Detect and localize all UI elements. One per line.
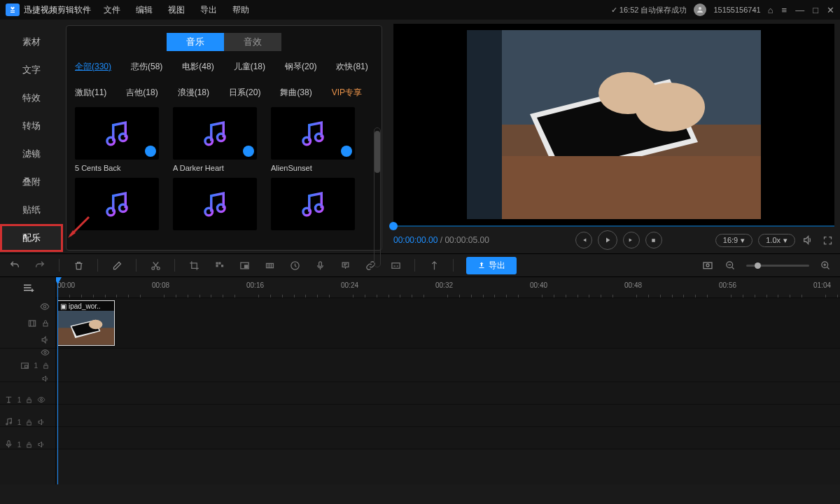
speaker-icon[interactable] bbox=[41, 374, 50, 383]
library-item[interactable]: A Darker Heart bbox=[173, 107, 257, 172]
fullscreen-icon[interactable] bbox=[820, 233, 834, 247]
undo-button[interactable] bbox=[8, 259, 21, 272]
menu-edit[interactable]: 编辑 bbox=[136, 4, 153, 16]
cat-dance[interactable]: 舞曲(38) bbox=[280, 87, 312, 99]
cat-guitar[interactable]: 吉他(18) bbox=[126, 87, 158, 99]
user-id[interactable]: 15155156741 bbox=[713, 6, 760, 14]
subtitle-button[interactable] bbox=[389, 259, 402, 272]
track-manager-button[interactable] bbox=[22, 281, 34, 294]
eye-icon[interactable] bbox=[40, 302, 50, 312]
progress-handle[interactable] bbox=[389, 222, 398, 230]
lock-icon[interactable] bbox=[41, 319, 50, 328]
sidebar-item-overlay[interactable]: 叠附 bbox=[0, 168, 63, 196]
speaker-icon[interactable] bbox=[37, 418, 46, 426]
time-ruler[interactable]: 00:0000:0800:1600:2400:3200:4000:4800:56… bbox=[56, 277, 840, 298]
tab-music[interactable]: 音乐 bbox=[167, 33, 224, 51]
cat-piano[interactable]: 钢琴(20) bbox=[285, 61, 316, 73]
voice-track[interactable] bbox=[56, 427, 840, 449]
sidebar-item-fx[interactable]: 特效 bbox=[0, 84, 63, 112]
cat-movie[interactable]: 电影(48) bbox=[182, 61, 214, 73]
lock-icon[interactable] bbox=[25, 419, 33, 426]
sidebar-item-sticker[interactable]: 贴纸 bbox=[0, 196, 63, 224]
eye-icon[interactable] bbox=[41, 348, 50, 357]
mosaic-button[interactable] bbox=[213, 259, 225, 272]
duration-button[interactable] bbox=[288, 259, 301, 272]
pip-button[interactable] bbox=[238, 259, 251, 272]
library-item[interactable]: 5 Cents Back bbox=[75, 107, 159, 172]
speed-select[interactable]: 1.0x▾ bbox=[758, 234, 795, 247]
cut-button[interactable] bbox=[149, 259, 162, 272]
edit-button[interactable] bbox=[111, 259, 123, 272]
sidebar-item-filter[interactable]: 滤镜 bbox=[0, 140, 63, 168]
zoom-slider[interactable] bbox=[746, 265, 809, 267]
screenshot-button[interactable] bbox=[701, 259, 714, 272]
zoom-in-button[interactable] bbox=[819, 259, 832, 272]
menu-icon[interactable]: ≡ bbox=[782, 5, 788, 15]
svg-point-8 bbox=[120, 204, 127, 212]
video-track[interactable]: ▣ipad_wor.. bbox=[56, 298, 840, 349]
svg-point-40 bbox=[43, 305, 46, 308]
cat-kids[interactable]: 儿童(18) bbox=[234, 61, 265, 73]
timeline-tracks[interactable]: 00:0000:0800:1600:2400:3200:4000:4800:56… bbox=[56, 277, 840, 484]
cat-inspire[interactable]: 激励(11) bbox=[75, 87, 106, 99]
eye-icon[interactable] bbox=[37, 396, 46, 404]
cat-all[interactable]: 全部(330) bbox=[75, 61, 111, 73]
tts-button[interactable] bbox=[339, 259, 351, 272]
export-button[interactable]: 导出 bbox=[466, 257, 517, 274]
menu-export[interactable]: 导出 bbox=[200, 4, 217, 16]
crop-button[interactable] bbox=[188, 259, 200, 272]
stop-button[interactable] bbox=[645, 232, 662, 248]
lock-icon[interactable] bbox=[25, 396, 33, 404]
aspect-select[interactable]: 16:9▾ bbox=[715, 234, 752, 247]
maximize-icon[interactable]: □ bbox=[813, 5, 818, 15]
speaker-icon[interactable] bbox=[37, 440, 46, 449]
home-icon[interactable]: ⌂ bbox=[768, 5, 774, 15]
library-item[interactable] bbox=[173, 178, 257, 230]
sidebar-item-music[interactable]: 配乐 bbox=[0, 224, 63, 252]
library-item[interactable] bbox=[75, 178, 159, 230]
pip-track[interactable] bbox=[56, 349, 840, 382]
download-icon[interactable] bbox=[341, 146, 352, 157]
preview-video[interactable] bbox=[393, 24, 834, 225]
download-icon[interactable] bbox=[145, 146, 156, 157]
scrollbar-thumb[interactable] bbox=[374, 131, 380, 173]
prev-frame-button[interactable] bbox=[575, 232, 592, 248]
music-note-icon bbox=[298, 119, 328, 148]
lock-icon[interactable] bbox=[42, 362, 50, 370]
music-track[interactable] bbox=[56, 405, 840, 427]
progress-bar[interactable] bbox=[393, 225, 834, 227]
volume-icon[interactable] bbox=[801, 233, 815, 247]
video-clip[interactable]: ▣ipad_wor.. bbox=[57, 300, 115, 346]
cat-jp[interactable]: 日系(20) bbox=[229, 87, 260, 99]
sidebar-item-media[interactable]: 素材 bbox=[0, 28, 63, 56]
cat-happy[interactable]: 欢快(81) bbox=[336, 61, 368, 73]
menu-file[interactable]: 文件 bbox=[104, 4, 120, 16]
playhead[interactable] bbox=[57, 277, 58, 484]
user-avatar-icon[interactable] bbox=[694, 4, 706, 16]
freeze-button[interactable] bbox=[263, 259, 276, 272]
minimize-icon[interactable]: — bbox=[795, 5, 804, 15]
voiceover-button[interactable] bbox=[314, 259, 326, 272]
cat-vip[interactable]: VIP专享 bbox=[332, 87, 362, 99]
library-item[interactable]: AlienSunset bbox=[271, 107, 355, 172]
cat-romance[interactable]: 浪漫(18) bbox=[178, 87, 209, 99]
next-frame-button[interactable] bbox=[623, 232, 640, 248]
lock-icon[interactable] bbox=[25, 441, 33, 449]
sidebar-item-transition[interactable]: 转场 bbox=[0, 112, 63, 140]
library-item[interactable] bbox=[271, 178, 355, 230]
delete-button[interactable] bbox=[72, 259, 85, 272]
tab-sfx[interactable]: 音效 bbox=[224, 33, 281, 51]
close-icon[interactable]: ✕ bbox=[827, 5, 834, 15]
cat-sad[interactable]: 悲伤(58) bbox=[131, 61, 162, 73]
zoom-out-button[interactable] bbox=[724, 259, 736, 272]
menu-view[interactable]: 视图 bbox=[168, 4, 185, 16]
sidebar-item-text[interactable]: 文字 bbox=[0, 56, 63, 84]
speaker-icon[interactable] bbox=[41, 335, 50, 344]
play-button[interactable] bbox=[598, 230, 617, 250]
marker-button[interactable] bbox=[428, 259, 440, 272]
text-track[interactable] bbox=[56, 382, 840, 405]
menu-help[interactable]: 帮助 bbox=[232, 4, 249, 16]
redo-button[interactable] bbox=[34, 259, 46, 272]
download-icon[interactable] bbox=[243, 146, 254, 157]
library-grid: 5 Cents Back A Darker Heart AlienSunset bbox=[75, 107, 373, 230]
